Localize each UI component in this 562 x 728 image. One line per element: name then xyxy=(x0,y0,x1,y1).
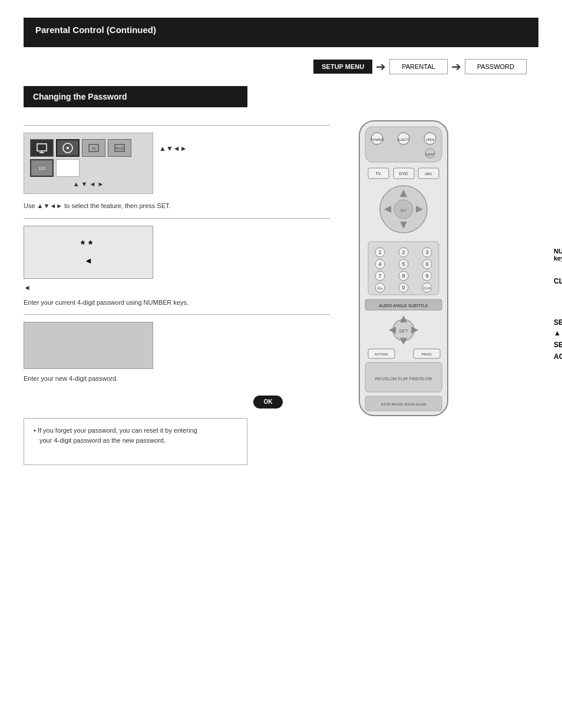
icon-disc xyxy=(56,139,80,157)
icon-tv xyxy=(30,139,54,157)
step3-screen xyxy=(24,322,153,369)
step2-back-arrow: ◄ xyxy=(84,256,92,265)
svg-text:SET: SET xyxy=(399,328,408,334)
remote-label-set: SET xyxy=(554,341,562,349)
svg-text:5: 5 xyxy=(402,261,405,267)
svg-text:OPEN: OPEN xyxy=(426,138,435,141)
svg-text:CLR: CLR xyxy=(424,286,431,290)
step1-icons: IN PROG 123 xyxy=(30,139,147,177)
svg-text:1: 1 xyxy=(378,249,381,255)
note-line-1: • If you forget your password, you can r… xyxy=(34,426,237,436)
divider-3 xyxy=(24,314,330,315)
icon-lang: 123 xyxy=(30,159,54,177)
top-banner: Parental Control (Continued) xyxy=(24,18,538,47)
svg-text:POWER: POWER xyxy=(371,138,384,141)
svg-text:TV: TV xyxy=(376,172,381,176)
note-line-2: your 4-digit password as the new passwor… xyxy=(34,436,237,446)
section-banner: Changing the Password xyxy=(24,86,247,107)
ok-button[interactable]: OK xyxy=(253,396,283,409)
svg-text:6: 6 xyxy=(425,261,428,267)
right-column: POWER EJECT OPEN LIGHT TV DVD xyxy=(342,118,518,465)
page-wrapper: Parental Control (Continued) SETUP MENU … xyxy=(0,0,562,483)
icon-empty xyxy=(56,159,80,177)
svg-text:8: 8 xyxy=(402,273,405,279)
main-layout: IN PROG 123 ▲ ▼ ◄ ► xyxy=(24,118,538,465)
svg-text:2: 2 xyxy=(402,249,405,255)
flow-step-2: PARENTAL xyxy=(389,59,447,74)
step2-asterisks: ** xyxy=(81,239,96,251)
svg-text:AUDIO  ANGLE  SUBTITLE: AUDIO ANGLE SUBTITLE xyxy=(379,304,428,308)
remote-label-number: NUMBERkeys xyxy=(554,248,562,262)
flow-step-3: PASSWORD xyxy=(465,59,527,74)
svg-text:7: 7 xyxy=(378,273,381,279)
step1-desc: Use ▲▼◄► to select the feature, then pre… xyxy=(24,201,330,211)
svg-text:PROG: PROG xyxy=(115,147,124,150)
svg-text:4: 4 xyxy=(378,261,381,267)
divider-2 xyxy=(24,218,330,219)
divider-1 xyxy=(24,125,330,126)
svg-text:0: 0 xyxy=(402,285,405,291)
remote-label-select: SELECT xyxy=(554,318,562,327)
svg-text:ACTION: ACTION xyxy=(375,353,388,356)
icon-input: IN xyxy=(82,139,105,157)
svg-text:9: 9 xyxy=(425,273,428,279)
step2-desc: Enter your current 4-digit password usin… xyxy=(24,298,330,308)
remote-label-clear: CLEAR xyxy=(554,277,562,285)
flow-arrow-2: ➔ xyxy=(451,60,461,74)
svg-text:PROG: PROG xyxy=(421,353,432,356)
remote-wrapper: POWER EJECT OPEN LIGHT TV DVD xyxy=(342,118,465,424)
note-box: • If you forget your password, you can r… xyxy=(24,418,247,465)
remote-label-action: ACTION xyxy=(554,353,562,361)
svg-text:ABS: ABS xyxy=(425,172,432,176)
svg-text:3: 3 xyxy=(425,249,428,255)
left-column: IN PROG 123 ▲ ▼ ◄ ► xyxy=(24,118,330,465)
svg-text:DVD: DVD xyxy=(399,172,408,176)
svg-point-4 xyxy=(67,147,69,149)
step3-desc: Enter your new 4-digit password. xyxy=(24,374,330,384)
step1-nav: ▲ ▼ ◄ ► xyxy=(30,180,147,187)
page-title: Parental Control (Continued) xyxy=(35,25,156,35)
svg-text:STOP  PAUSE  ZOOM  SLOW: STOP PAUSE ZOOM SLOW xyxy=(381,403,427,406)
step1-directions-label: ▲▼◄► xyxy=(159,144,187,153)
svg-text:REV/SLOW  PLAY  FWD/SLOW: REV/SLOW PLAY FWD/SLOW xyxy=(375,377,432,381)
flow-arrow-1: ➔ xyxy=(376,60,386,74)
svg-text:123: 123 xyxy=(38,166,45,170)
svg-text:IN: IN xyxy=(92,147,95,150)
svg-text:LIGHT: LIGHT xyxy=(426,153,435,156)
step2-screen: ** ◄ xyxy=(24,226,153,279)
step2-arrow-label: ◄ xyxy=(24,284,330,292)
flow-step-1: SETUP MENU xyxy=(313,60,372,74)
svg-text:EJECT: EJECT xyxy=(398,138,409,141)
svg-text:SET: SET xyxy=(400,209,407,212)
step1-screen: IN PROG 123 ▲ ▼ ◄ ► xyxy=(24,133,153,194)
icon-prog: PROG xyxy=(108,139,131,157)
remote-svg: POWER EJECT OPEN LIGHT TV DVD xyxy=(342,118,465,424)
remote-label-directions: ▲▼◄► xyxy=(554,329,562,337)
flow-diagram: SETUP MENU ➔ PARENTAL ➔ PASSWORD xyxy=(24,59,538,74)
svg-rect-0 xyxy=(37,144,47,151)
svg-text:10+: 10+ xyxy=(377,286,384,290)
